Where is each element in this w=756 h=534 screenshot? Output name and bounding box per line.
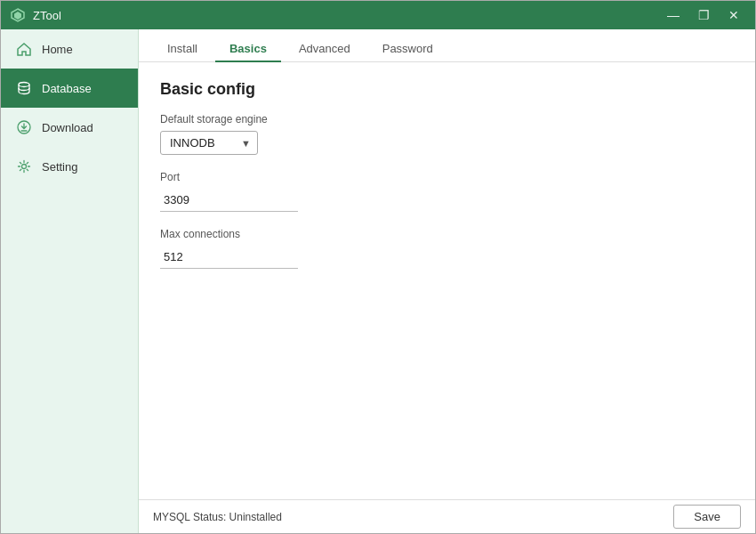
sidebar-item-database[interactable]: Database (1, 69, 138, 108)
tab-install[interactable]: Install (153, 36, 212, 62)
status-text: MYSQL Status: Uninstalled (153, 511, 282, 523)
page-title: Basic config (160, 80, 734, 99)
window-title: ZTool (33, 9, 661, 22)
svg-point-2 (19, 83, 29, 87)
max-connections-input[interactable] (160, 246, 298, 269)
page-content: Basic config Default storage engine INNO… (139, 62, 755, 499)
max-connections-field: Max connections (160, 228, 734, 269)
sidebar-home-label: Home (42, 43, 73, 56)
max-connections-label: Max connections (160, 228, 734, 240)
app-icon (10, 7, 26, 23)
minimize-button[interactable]: — (661, 5, 686, 25)
storage-engine-field: Default storage engine INNODB MyISAM MEM… (160, 113, 734, 155)
window-controls: — ❐ ✕ (661, 5, 746, 25)
svg-point-4 (22, 165, 27, 169)
storage-engine-select[interactable]: INNODB MyISAM MEMORY (160, 131, 258, 155)
maximize-button[interactable]: ❐ (691, 5, 716, 25)
setting-icon (15, 158, 33, 175)
sidebar-setting-label: Setting (42, 160, 77, 174)
title-bar: ZTool — ❐ ✕ (1, 1, 755, 29)
svg-marker-1 (14, 12, 21, 20)
tab-bar: Install Basics Advanced Password (139, 29, 755, 62)
sidebar-download-label: Download (42, 121, 93, 134)
app-window: ZTool — ❐ ✕ Home (0, 0, 756, 534)
tab-basics[interactable]: Basics (215, 36, 281, 62)
sidebar: Home Database (1, 29, 139, 533)
status-bar: MYSQL Status: Uninstalled Save (139, 499, 755, 533)
port-label: Port (160, 171, 734, 183)
storage-engine-label: Default storage engine (160, 113, 734, 125)
sidebar-item-setting[interactable]: Setting (1, 147, 138, 186)
tab-advanced[interactable]: Advanced (285, 36, 365, 62)
content-area: Install Basics Advanced Password Basic c… (139, 29, 755, 533)
database-icon (15, 79, 33, 97)
port-field: Port (160, 171, 734, 212)
port-input[interactable] (160, 189, 298, 212)
sidebar-item-download[interactable]: Download (1, 108, 138, 147)
main-layout: Home Database (1, 29, 755, 533)
sidebar-database-label: Database (42, 82, 92, 95)
close-button[interactable]: ✕ (721, 5, 746, 25)
sidebar-item-home[interactable]: Home (1, 29, 138, 69)
home-icon (15, 40, 33, 58)
download-icon (15, 118, 33, 136)
storage-engine-select-wrapper: INNODB MyISAM MEMORY ▼ (160, 131, 258, 155)
tab-password[interactable]: Password (368, 36, 447, 62)
save-button[interactable]: Save (673, 505, 741, 529)
